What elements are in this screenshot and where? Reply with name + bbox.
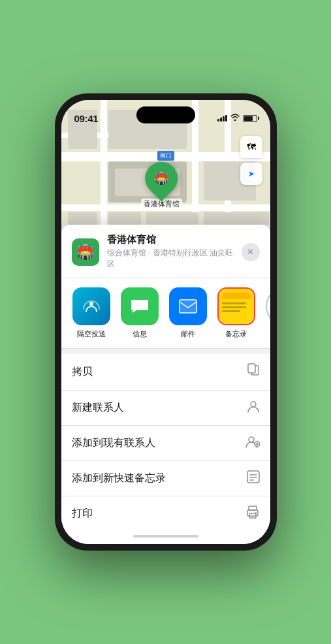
phone-screen: 09:41: [61, 100, 270, 544]
venue-emoji: 🏟️: [76, 244, 94, 261]
airdrop-icon: [72, 287, 110, 325]
sheet-header: 🏟️ 香港体育馆 综合体育馆 · 香港特别行政区 油尖旺区 ✕: [61, 225, 270, 278]
battery-icon: [243, 115, 257, 122]
wifi-icon: [230, 114, 240, 123]
map-type-button[interactable]: 🗺: [240, 136, 262, 158]
action-quick-note-label: 添加到新快速备忘录: [72, 472, 166, 485]
action-copy-label: 拷贝: [72, 365, 93, 379]
svg-point-0: [89, 302, 93, 306]
svg-rect-1: [180, 300, 197, 313]
action-new-contact-label: 新建联系人: [72, 401, 124, 415]
svg-rect-9: [247, 471, 259, 483]
copy-icon: [247, 363, 260, 381]
action-print[interactable]: 打印: [61, 496, 270, 531]
quick-note-icon: [247, 470, 260, 487]
messages-label: 信息: [133, 329, 147, 339]
map-type-icon: 🗺: [247, 142, 256, 152]
messages-icon: [121, 287, 159, 325]
venue-icon: 🏟️: [72, 238, 99, 266]
location-button[interactable]: ➤: [240, 163, 262, 185]
share-more[interactable]: 更多: [265, 287, 270, 339]
venue-info: 香港体育馆 综合体育馆 · 香港特别行政区 油尖旺区: [107, 234, 234, 270]
mail-label: 邮件: [181, 329, 195, 339]
svg-point-5: [249, 437, 254, 442]
svg-point-16: [255, 512, 257, 513]
close-button[interactable]: ✕: [242, 243, 260, 261]
bottom-sheet: 🏟️ 香港体育馆 综合体育馆 · 香港特别行政区 油尖旺区 ✕: [61, 225, 270, 544]
location-pin: 🏟️ 香港体育馆: [141, 162, 182, 210]
pin-inner-icon: 🏟️: [150, 167, 173, 190]
action-new-contact[interactable]: 新建联系人: [61, 391, 270, 426]
svg-rect-13: [249, 506, 257, 510]
share-mail[interactable]: 邮件: [168, 287, 208, 339]
home-bar: [133, 535, 198, 538]
map-sign-label: 南口: [157, 151, 174, 161]
share-row: 隔空投送 信息: [61, 278, 270, 349]
print-icon: [245, 506, 260, 522]
action-copy[interactable]: 拷贝: [61, 354, 270, 391]
action-print-label: 打印: [72, 507, 93, 521]
status-time: 09:41: [74, 113, 99, 124]
notes-icon: [217, 287, 255, 325]
location-icon: ➤: [248, 169, 255, 178]
action-list: 拷贝 新建联系人: [61, 354, 270, 531]
airdrop-label: 隔空投送: [77, 329, 106, 339]
signal-bars-icon: [217, 115, 227, 121]
action-add-existing-label: 添加到现有联系人: [72, 436, 155, 450]
venue-name: 香港体育馆: [107, 234, 234, 246]
close-icon: ✕: [247, 247, 254, 257]
action-quick-note[interactable]: 添加到新快速备忘录: [61, 461, 270, 496]
home-indicator: [61, 531, 270, 544]
new-contact-icon: [247, 400, 260, 416]
share-airdrop[interactable]: 隔空投送: [72, 287, 111, 339]
phone-frame: 09:41: [55, 93, 277, 551]
mail-icon: [169, 287, 207, 325]
share-notes[interactable]: 备忘录: [217, 287, 256, 339]
dynamic-island: [136, 106, 195, 123]
map-controls: 🗺 ➤: [240, 136, 262, 185]
status-icons: [217, 114, 257, 123]
more-icon: [266, 287, 270, 325]
notes-label: 备忘录: [225, 329, 247, 339]
svg-point-4: [251, 402, 256, 407]
add-contact-icon: [245, 435, 260, 451]
venue-subtitle: 综合体育馆 · 香港特别行政区 油尖旺区: [107, 248, 234, 270]
svg-rect-3: [248, 364, 255, 373]
pin-marker: 🏟️: [138, 155, 185, 202]
share-messages[interactable]: 信息: [120, 287, 159, 339]
action-add-existing[interactable]: 添加到现有联系人: [61, 426, 270, 461]
